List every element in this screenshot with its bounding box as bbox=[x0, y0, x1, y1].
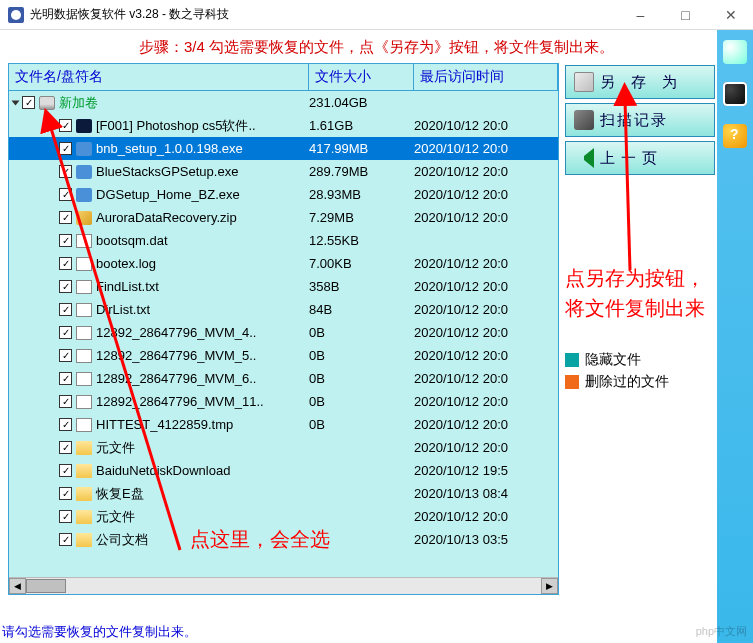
app-icon bbox=[8, 7, 24, 23]
table-row[interactable]: ✓元文件2020/10/12 20:0 bbox=[9, 505, 558, 528]
checkbox[interactable]: ✓ bbox=[59, 211, 72, 224]
folder-icon bbox=[76, 510, 92, 524]
checkbox[interactable]: ✓ bbox=[22, 96, 35, 109]
checkbox[interactable]: ✓ bbox=[59, 303, 72, 316]
exe-icon bbox=[76, 142, 92, 156]
maximize-button[interactable]: □ bbox=[663, 0, 708, 30]
dat-icon bbox=[76, 234, 92, 248]
file-rows[interactable]: ✓新加卷231.04GB✓[F001] Photoshop cs5软件..1.6… bbox=[9, 91, 558, 569]
titlebar: 光明数据恢复软件 v3.28 - 数之寻科技 – □ ✕ bbox=[0, 0, 753, 30]
checkbox[interactable]: ✓ bbox=[59, 487, 72, 500]
hidden-swatch bbox=[565, 353, 579, 367]
checkbox[interactable]: ✓ bbox=[59, 510, 72, 523]
globe-icon[interactable] bbox=[723, 40, 747, 64]
camera-icon bbox=[574, 110, 594, 130]
table-row[interactable]: ✓公司文档2020/10/13 03:5 bbox=[9, 528, 558, 551]
checkbox[interactable]: ✓ bbox=[59, 372, 72, 385]
table-row[interactable]: ✓[F001] Photoshop cs5软件..1.61GB2020/10/1… bbox=[9, 114, 558, 137]
txt-icon bbox=[76, 303, 92, 317]
checkbox[interactable]: ✓ bbox=[59, 464, 72, 477]
deleted-swatch bbox=[565, 375, 579, 389]
table-row[interactable]: ✓AuroraDataRecovery.zip7.29MB2020/10/12 … bbox=[9, 206, 558, 229]
tmp-icon bbox=[76, 418, 92, 432]
checkbox[interactable]: ✓ bbox=[59, 188, 72, 201]
annotation-saveas: 点另存为按钮，将文件复制出来 bbox=[565, 263, 715, 323]
zip-icon bbox=[76, 211, 92, 225]
txt-icon bbox=[76, 280, 92, 294]
save-as-button[interactable]: 另 存 为 bbox=[565, 65, 715, 99]
checkbox[interactable]: ✓ bbox=[59, 441, 72, 454]
arrow-left-icon bbox=[574, 148, 594, 168]
table-row[interactable]: ✓BlueStacksGPSetup.exe289.79MB2020/10/12… bbox=[9, 160, 558, 183]
folder-icon bbox=[76, 464, 92, 478]
scan-log-button[interactable]: 扫描记录 bbox=[565, 103, 715, 137]
col-size[interactable]: 文件大小 bbox=[309, 64, 414, 90]
action-panel: 另 存 为 扫描记录 上一页 点另存为按钮，将文件复制出来 隐藏文件 删除过的文… bbox=[565, 63, 715, 595]
table-row[interactable]: ✓bnb_setup_1.0.0.198.exe417.99MB2020/10/… bbox=[9, 137, 558, 160]
checkbox[interactable]: ✓ bbox=[59, 326, 72, 339]
qq-icon[interactable] bbox=[723, 82, 747, 106]
table-row[interactable]: ✓元文件2020/10/12 20:0 bbox=[9, 436, 558, 459]
disk-icon bbox=[574, 72, 594, 92]
tmp-icon bbox=[76, 395, 92, 409]
scan-log-label: 扫描记录 bbox=[600, 111, 668, 130]
exe-icon bbox=[76, 188, 92, 202]
footer-hint: 请勾选需要恢复的文件复制出来。 bbox=[2, 623, 197, 641]
window-title: 光明数据恢复软件 v3.28 - 数之寻科技 bbox=[30, 6, 229, 23]
ps-icon bbox=[76, 119, 92, 133]
horizontal-scrollbar[interactable]: ◀ ▶ bbox=[9, 577, 558, 594]
checkbox[interactable]: ✓ bbox=[59, 234, 72, 247]
minimize-button[interactable]: – bbox=[618, 0, 663, 30]
checkbox[interactable]: ✓ bbox=[59, 533, 72, 546]
table-header: 文件名/盘符名 文件大小 最后访问时间 bbox=[9, 64, 558, 91]
close-button[interactable]: ✕ bbox=[708, 0, 753, 30]
table-row[interactable]: ✓12892_28647796_MVM_11..0B2020/10/12 20:… bbox=[9, 390, 558, 413]
checkbox[interactable]: ✓ bbox=[59, 165, 72, 178]
table-row[interactable]: ✓12892_28647796_MVM_4..0B2020/10/12 20:0 bbox=[9, 321, 558, 344]
content-area: 步骤：3/4 勾选需要恢复的文件，点《另存为》按钮，将文件复制出来。 文件名/盘… bbox=[0, 30, 753, 643]
table-row[interactable]: ✓12892_28647796_MVM_6..0B2020/10/12 20:0 bbox=[9, 367, 558, 390]
scroll-right-button[interactable]: ▶ bbox=[541, 578, 558, 594]
checkbox[interactable]: ✓ bbox=[59, 142, 72, 155]
table-row[interactable]: ✓bootex.log7.00KB2020/10/12 20:0 bbox=[9, 252, 558, 275]
checkbox[interactable]: ✓ bbox=[59, 280, 72, 293]
table-row[interactable]: ✓恢复E盘2020/10/13 08:4 bbox=[9, 482, 558, 505]
scroll-left-button[interactable]: ◀ bbox=[9, 578, 26, 594]
prev-page-label: 上一页 bbox=[600, 149, 663, 168]
table-row[interactable]: ✓DGSetup_Home_BZ.exe28.93MB2020/10/12 20… bbox=[9, 183, 558, 206]
table-row[interactable]: ✓新加卷231.04GB bbox=[9, 91, 558, 114]
watermark: php中文网 bbox=[696, 624, 747, 639]
tmp-icon bbox=[76, 326, 92, 340]
table-row[interactable]: ✓DirList.txt84B2020/10/12 20:0 bbox=[9, 298, 558, 321]
table-row[interactable]: ✓BaiduNetdiskDownload2020/10/12 19:5 bbox=[9, 459, 558, 482]
save-as-label: 另 存 为 bbox=[600, 73, 683, 92]
checkbox[interactable]: ✓ bbox=[59, 257, 72, 270]
drive-icon bbox=[39, 96, 55, 110]
help-icon[interactable] bbox=[723, 124, 747, 148]
step-text: 步骤：3/4 勾选需要恢复的文件，点《另存为》按钮，将文件复制出来。 bbox=[0, 30, 753, 63]
folder-icon bbox=[76, 441, 92, 455]
col-atime[interactable]: 最后访问时间 bbox=[414, 64, 558, 90]
legend: 隐藏文件 删除过的文件 bbox=[565, 347, 715, 395]
txt-icon bbox=[76, 257, 92, 271]
prev-page-button[interactable]: 上一页 bbox=[565, 141, 715, 175]
right-dock bbox=[717, 30, 753, 643]
table-row[interactable]: ✓12892_28647796_MVM_5..0B2020/10/12 20:0 bbox=[9, 344, 558, 367]
table-row[interactable]: ✓bootsqm.dat12.55KB bbox=[9, 229, 558, 252]
checkbox[interactable]: ✓ bbox=[59, 119, 72, 132]
tmp-icon bbox=[76, 372, 92, 386]
checkbox[interactable]: ✓ bbox=[59, 395, 72, 408]
table-row[interactable]: ✓HITTEST_4122859.tmp0B2020/10/12 20:0 bbox=[9, 413, 558, 436]
checkbox[interactable]: ✓ bbox=[59, 349, 72, 362]
exe-icon bbox=[76, 165, 92, 179]
table-row[interactable]: ✓FindList.txt358B2020/10/12 20:0 bbox=[9, 275, 558, 298]
checkbox[interactable]: ✓ bbox=[59, 418, 72, 431]
col-name[interactable]: 文件名/盘符名 bbox=[9, 64, 309, 90]
file-list-panel: 文件名/盘符名 文件大小 最后访问时间 ✓新加卷231.04GB✓[F001] … bbox=[8, 63, 559, 595]
folder-icon bbox=[76, 487, 92, 501]
tmp-icon bbox=[76, 349, 92, 363]
folder-icon bbox=[76, 533, 92, 547]
